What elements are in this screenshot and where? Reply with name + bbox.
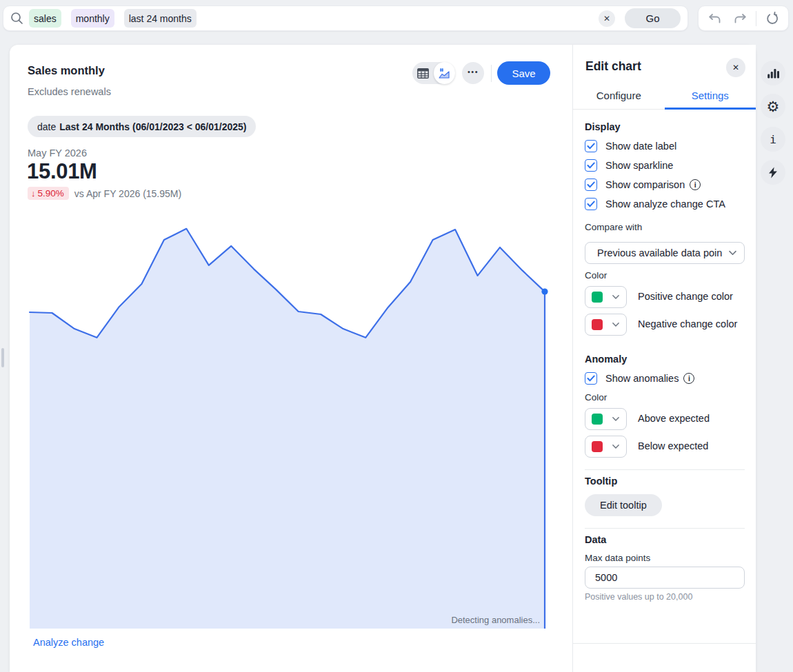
- chevron-down-icon: [612, 444, 620, 449]
- checkbox-label: Show analyze change CTA: [605, 198, 725, 210]
- checkbox-show-analyze-change-cta[interactable]: Show analyze change CTA: [585, 198, 725, 210]
- compare-with-select[interactable]: Previous available data poin: [585, 242, 745, 264]
- search-icon: [10, 12, 23, 25]
- checkbox-checked-icon[interactable]: [585, 179, 597, 191]
- area-chart-icon: [438, 68, 450, 79]
- table-icon: [417, 68, 429, 79]
- analyze-change-link[interactable]: Analyze change: [33, 637, 104, 648]
- section-divider: [585, 469, 745, 470]
- details-button[interactable]: i: [761, 127, 785, 152]
- max-data-points-input[interactable]: [585, 567, 745, 589]
- kpi-sparkline-chart[interactable]: [30, 224, 545, 629]
- redo-button[interactable]: [730, 9, 750, 28]
- bar-chart-icon: [767, 68, 779, 79]
- info-icon[interactable]: i: [690, 179, 701, 190]
- close-panel-button[interactable]: ✕: [726, 58, 745, 77]
- negative-color-swatch: [592, 319, 603, 330]
- chevron-down-icon: [612, 294, 620, 300]
- change-badge: ↓5.90%: [28, 187, 69, 200]
- more-options-button[interactable]: •••: [462, 62, 484, 84]
- clear-search-button[interactable]: ✕: [599, 10, 615, 27]
- checkbox-show-sparkline[interactable]: Show sparkline: [585, 159, 673, 172]
- redo-icon: [733, 12, 747, 26]
- above-expected-color-select[interactable]: [585, 408, 627, 430]
- view-toggle: [412, 62, 455, 84]
- checkbox-show-anomalies[interactable]: Show anomalies i: [585, 372, 694, 385]
- checkbox-label: Show comparison: [605, 179, 685, 190]
- sparkline-endpoint-dot: [541, 289, 548, 295]
- filter-value: Last 24 Months (06/01/2023 < 06/01/2025): [59, 121, 246, 132]
- tab-configure[interactable]: Configure: [573, 90, 665, 109]
- header-divider: [491, 65, 492, 82]
- panel-resize-handle[interactable]: [1, 348, 4, 367]
- reset-button[interactable]: [763, 9, 782, 28]
- search-token-monthly[interactable]: monthly: [71, 9, 114, 28]
- checkbox-show-date-label[interactable]: Show date label: [585, 140, 676, 152]
- anomaly-color-label: Color: [585, 392, 607, 403]
- color-section-label: Color: [585, 270, 607, 281]
- history-toolbar: [698, 6, 789, 31]
- chevron-down-icon: [612, 416, 620, 422]
- reset-icon: [765, 12, 779, 26]
- checkbox-checked-icon[interactable]: [585, 198, 597, 210]
- chart-view-button[interactable]: [434, 62, 455, 84]
- chart-options-button[interactable]: [761, 61, 785, 85]
- chart-subtitle: Excludes renewals: [28, 86, 111, 97]
- search-token-sales[interactable]: sales: [29, 9, 61, 28]
- anomaly-status-text: Detecting anomalies...: [30, 615, 540, 625]
- compare-with-label: Compare with: [585, 222, 642, 232]
- settings-button[interactable]: ⚙: [761, 94, 785, 119]
- below-expected-label: Below expected: [638, 440, 708, 451]
- go-button[interactable]: Go: [625, 8, 681, 28]
- insights-button[interactable]: [761, 160, 785, 185]
- tab-settings[interactable]: Settings: [665, 90, 756, 109]
- chevron-down-icon: [612, 322, 620, 327]
- arrow-down-icon: ↓: [31, 188, 36, 198]
- below-expected-color-select[interactable]: [585, 436, 627, 458]
- panel-bottom-divider: [573, 643, 756, 644]
- gear-icon: ⚙: [767, 99, 780, 114]
- lightning-bolt-icon: [768, 167, 778, 179]
- kpi-value: 15.01M: [27, 159, 97, 184]
- above-expected-label: Above expected: [638, 413, 710, 424]
- change-percent: 5.90%: [38, 188, 64, 198]
- checkbox-checked-icon[interactable]: [585, 372, 597, 385]
- anomaly-section-heading: Anomaly: [585, 354, 627, 365]
- max-data-points-helper: Positive values up to 20,000: [585, 592, 692, 602]
- save-button[interactable]: Save: [497, 61, 550, 85]
- checkbox-checked-icon[interactable]: [585, 159, 597, 172]
- negative-color-select[interactable]: [585, 314, 627, 336]
- edit-panel-title: Edit chart: [585, 59, 641, 74]
- below-expected-swatch: [592, 441, 603, 452]
- search-bar[interactable]: sales monthly last 24 months ✕ Go: [3, 6, 688, 31]
- chevron-down-icon: [728, 250, 737, 256]
- positive-color-swatch: [592, 292, 603, 303]
- undo-button[interactable]: [705, 9, 724, 28]
- checkbox-show-comparison[interactable]: Show comparison i: [585, 179, 701, 191]
- table-view-button[interactable]: [412, 62, 434, 84]
- positive-color-label: Positive change color: [638, 291, 733, 302]
- kpi-change-row: ↓5.90% vs Apr FY 2026 (15.95M): [28, 187, 181, 200]
- filter-prefix: date: [37, 121, 56, 132]
- checkbox-checked-icon[interactable]: [585, 140, 597, 152]
- search-token-date[interactable]: last 24 months: [124, 9, 197, 28]
- checkbox-label: Show anomalies: [605, 373, 679, 384]
- negative-color-label: Negative change color: [638, 318, 737, 329]
- section-divider: [585, 528, 745, 529]
- info-icon[interactable]: i: [683, 373, 694, 384]
- kpi-period-label: May FY 2026: [28, 147, 87, 159]
- date-filter-chip[interactable]: date Last 24 Months (06/01/2023 < 06/01/…: [28, 116, 256, 137]
- compare-with-value: Previous available data poin: [597, 247, 728, 258]
- checkbox-label: Show date label: [605, 141, 676, 152]
- positive-color-select[interactable]: [585, 286, 627, 308]
- tooltip-section-heading: Tooltip: [585, 476, 617, 487]
- undo-icon: [707, 12, 722, 26]
- kpi-comparison: vs Apr FY 2026 (15.95M): [74, 188, 181, 199]
- max-data-points-label: Max data points: [585, 553, 650, 563]
- app-screen: sales monthly last 24 months ✕ Go Sales …: [0, 0, 793, 672]
- chart-title: Sales monthly: [28, 64, 105, 77]
- data-section-heading: Data: [585, 534, 606, 545]
- display-section-heading: Display: [585, 121, 621, 132]
- edit-tooltip-button[interactable]: Edit tooltip: [585, 494, 662, 516]
- edit-panel-tabs: Configure Settings: [573, 90, 756, 110]
